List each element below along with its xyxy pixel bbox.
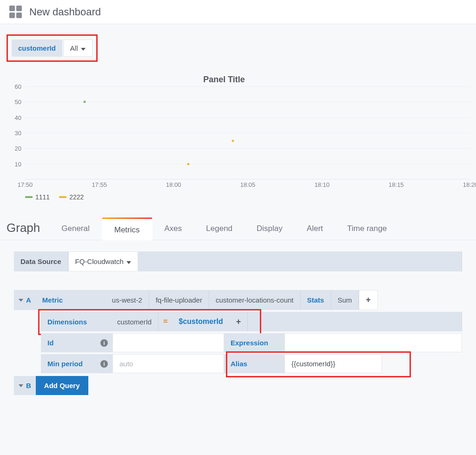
y-tick-label: 50: [15, 99, 21, 106]
id-info-icon[interactable]: i: [96, 333, 112, 352]
metric-label: Metric: [36, 290, 106, 310]
dashboard-header: New dashboard: [0, 0, 476, 24]
metrics-editor: Data Source FQ-Cloudwatch A Metric us-we…: [0, 240, 476, 408]
spacer: [248, 312, 462, 331]
y-tick-label: 20: [15, 145, 21, 152]
x-tick-label: 18:05: [240, 181, 256, 188]
chart-legend: 11112222: [8, 189, 472, 205]
legend-label: 2222: [69, 193, 84, 201]
min-period-info-icon[interactable]: i: [96, 354, 112, 373]
expression-label: Expression: [224, 333, 284, 352]
query-toggle-b[interactable]: B: [14, 376, 36, 395]
x-tick-label: 17:55: [92, 181, 107, 188]
namespace-segment[interactable]: fq-file-uploader: [149, 290, 209, 310]
tab-legend[interactable]: Legend: [194, 218, 245, 240]
query-a-details: Dimensions customerId = $customerId + Id…: [41, 312, 462, 373]
y-axis: 102030405060: [8, 86, 23, 179]
variable-label: customerId: [12, 40, 62, 57]
y-tick-label: 40: [15, 114, 21, 121]
variable-dropdown[interactable]: All: [63, 40, 93, 57]
x-tick-label: 18:20: [463, 181, 476, 188]
datasource-row: Data Source FQ-Cloudwatch: [14, 251, 462, 271]
stats-value[interactable]: Sum: [331, 290, 359, 310]
expression-input[interactable]: [284, 333, 462, 352]
plot-canvas: [25, 86, 470, 179]
panel-editor-tabs: Graph GeneralMetricsAxesLegendDisplayAle…: [0, 205, 476, 240]
panel-type-label[interactable]: Graph: [7, 221, 49, 240]
caret-down-icon: [19, 299, 23, 302]
query-toggle-a[interactable]: A: [14, 290, 36, 310]
metric-name-segment[interactable]: customer-locations-count: [209, 290, 301, 310]
tab-alert[interactable]: Alert: [295, 218, 335, 240]
spacer: [138, 251, 462, 271]
id-input[interactable]: [112, 333, 224, 352]
template-variables-row: customerId All: [0, 24, 476, 72]
tab-display[interactable]: Display: [245, 218, 295, 240]
min-period-label: Min period: [41, 354, 96, 373]
tab-time-range[interactable]: Time range: [335, 218, 399, 240]
x-axis: 17:5017:5518:0018:0518:1018:1518:20: [25, 181, 470, 190]
id-label: Id: [41, 333, 96, 352]
query-row-b: B Add Query: [14, 376, 462, 395]
stats-label: Stats: [301, 290, 331, 310]
caret-down-icon: [126, 257, 131, 265]
chart-panel[interactable]: 102030405060 17:5017:5518:0018:0518:1018…: [0, 86, 476, 205]
dimensions-row: Dimensions customerId = $customerId +: [41, 312, 462, 331]
equals-icon: =: [159, 312, 172, 331]
y-tick-label: 60: [15, 83, 21, 90]
tab-metrics[interactable]: Metrics: [102, 218, 152, 240]
alias-label: Alias: [224, 354, 284, 373]
y-tick-label: 10: [15, 160, 21, 167]
x-tick-label: 17:50: [18, 181, 33, 188]
caret-down-icon: [81, 44, 86, 52]
dimensions-label: Dimensions: [41, 312, 111, 331]
legend-swatch: [59, 196, 66, 198]
dashboard-title[interactable]: New dashboard: [29, 6, 101, 18]
legend-item[interactable]: 2222: [59, 193, 84, 201]
x-tick-label: 18:15: [389, 181, 404, 188]
chart-plot-area: 102030405060 17:5017:5518:0018:0518:1018…: [8, 86, 472, 189]
y-tick-label: 30: [15, 130, 21, 137]
data-point[interactable]: [83, 101, 86, 103]
id-expression-row: Id i Expression: [41, 333, 462, 352]
caret-down-icon: [19, 384, 23, 387]
data-point[interactable]: [187, 163, 190, 165]
legend-item[interactable]: 1111: [25, 193, 50, 201]
region-segment[interactable]: us-west-2: [106, 290, 149, 310]
tab-axes[interactable]: Axes: [152, 218, 194, 240]
dashboard-icon: [9, 6, 22, 18]
query-letter-b: B: [26, 382, 31, 389]
datasource-picker[interactable]: FQ-Cloudwatch: [68, 251, 138, 271]
x-tick-label: 18:00: [166, 181, 181, 188]
alias-input[interactable]: {{customerId}}: [284, 354, 382, 373]
query-row-a: A Metric us-west-2 fq-file-uploader cust…: [14, 290, 462, 310]
panel-title[interactable]: Panel Title: [0, 75, 476, 85]
add-dimension-button[interactable]: +: [230, 312, 248, 331]
x-tick-label: 18:10: [314, 181, 330, 188]
query-letter-a: A: [26, 296, 31, 304]
datasource-label: Data Source: [14, 251, 68, 271]
min-period-input[interactable]: [112, 354, 224, 373]
add-query-button[interactable]: Add Query: [36, 376, 88, 395]
dimension-value[interactable]: $customerId: [172, 312, 230, 331]
dimension-key[interactable]: customerId: [111, 312, 159, 331]
datasource-value: FQ-Cloudwatch: [75, 257, 124, 265]
variable-value: All: [70, 44, 78, 52]
legend-swatch: [25, 196, 33, 198]
variable-highlight-box: customerId All: [7, 34, 98, 62]
data-point[interactable]: [232, 139, 234, 142]
tab-general[interactable]: General: [49, 218, 101, 240]
legend-label: 1111: [35, 193, 50, 201]
add-stat-button[interactable]: +: [359, 290, 378, 310]
minperiod-alias-row: Min period i Alias {{customerId}}: [41, 354, 462, 373]
